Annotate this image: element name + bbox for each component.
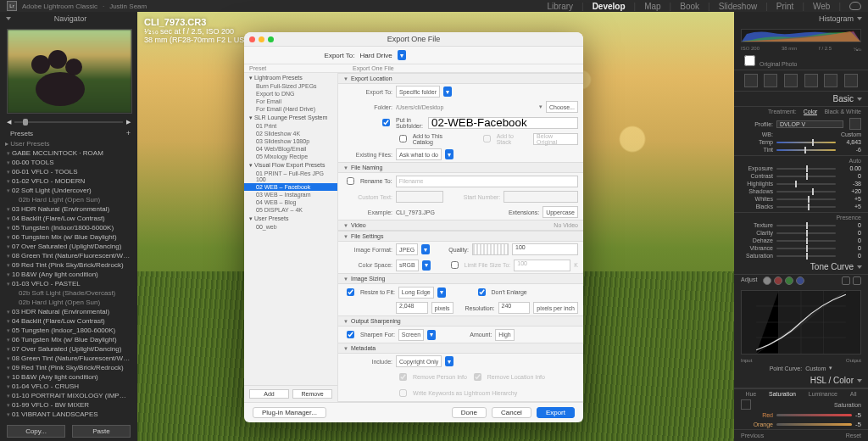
user-presets-row[interactable]: ▸ User Presets [0, 139, 137, 148]
resize-checkbox[interactable] [347, 288, 354, 296]
preset-group[interactable]: ▾ User Presets [244, 214, 337, 223]
wb-select[interactable]: Custom [841, 131, 861, 137]
paste-button[interactable]: Paste [72, 425, 131, 438]
preset-item[interactable]: 03 HDR Natural (Environmental) [7, 204, 131, 214]
preset-add-button[interactable]: Add [249, 389, 289, 399]
preset-group[interactable]: ▾ SLR Lounge Preset System [244, 113, 337, 122]
slider-dehaze[interactable]: Dehaze0 [734, 237, 868, 244]
choose-folder-button[interactable]: Choose... [546, 101, 578, 113]
preset-item[interactable]: 01 VIBRANT LANDSCAPES [7, 410, 131, 419]
sec-output-sharpening[interactable]: Output Sharpening [338, 315, 583, 327]
spot-tool-icon[interactable] [764, 74, 777, 87]
preset-item[interactable]: 01-10 PORTRAIT MIXOLOGY (IMPORT) [7, 391, 131, 400]
preset-item[interactable]: 00-01 VFLO - TOOLS [7, 167, 131, 176]
slider-saturation[interactable]: Saturation0 [734, 252, 868, 260]
mask-tool-icon[interactable] [804, 74, 818, 87]
navigator-preview[interactable] [7, 29, 132, 114]
copy-button[interactable]: Copy... [7, 425, 65, 438]
target-adjust-icon[interactable] [741, 399, 751, 410]
preset-group[interactable]: ▾ Visual Flow Export Presets [244, 160, 337, 170]
subfolder-input[interactable] [428, 117, 578, 129]
preset-item[interactable]: 05 Tungsten (Indoor_1800-6000K) [7, 326, 131, 335]
dropdown-icon[interactable]: ▾ [443, 87, 452, 97]
colorspace-select[interactable]: sRGB [396, 260, 419, 271]
slider-contrast[interactable]: Contrast0 [734, 172, 868, 180]
export-button[interactable]: Export [537, 407, 575, 418]
preset-item[interactable]: 03 HDR Natural (Environmental) [7, 307, 131, 316]
preset-remove-button[interactable]: Remove [292, 389, 332, 399]
treatment-color[interactable]: Color [804, 109, 818, 115]
preset-item[interactable]: 08 Green Tint (Nature/Fluorescent/Window… [7, 251, 131, 260]
brush-tool-icon[interactable] [844, 74, 858, 87]
preset-item[interactable]: 10 B&W (Any light condition) [7, 372, 131, 382]
gradient-tool-icon[interactable] [824, 74, 837, 87]
hsl-tab-hue[interactable]: Hue [745, 391, 756, 397]
slider-temp[interactable]: Temp4,843 [734, 138, 868, 146]
preset-item[interactable]: 02 Slideshow 4K [244, 130, 337, 137]
module-print[interactable]: Print [776, 2, 794, 11]
preset-item[interactable]: 08 Green Tint (Nature/Fluorescent/Window… [7, 354, 131, 363]
presets-header[interactable]: Presets + [0, 127, 137, 139]
hsl-tab-sat[interactable]: Saturation [769, 391, 796, 397]
sec-metadata[interactable]: Metadata [338, 343, 583, 354]
module-map[interactable]: Map [644, 2, 660, 11]
profile-select[interactable]: DVLOP V [776, 120, 843, 128]
preset-item[interactable]: 05 DISPLAY – 4K [244, 206, 337, 214]
hsl-tab-lum[interactable]: Luminance [809, 391, 837, 397]
develop-canvas[interactable]: CLI_7973.CR3 ¹⁄₂₅₀ sec at f / 2.5, ISO 2… [137, 12, 734, 441]
preset-item[interactable]: For Email (Hard Drive) [244, 105, 337, 113]
sec-export-location[interactable]: Export Location [338, 73, 583, 84]
preset-item[interactable]: 09 Red Tint (Pink Sky/Brick/Redrock) [7, 363, 131, 372]
preset-item[interactable]: 01 Print [244, 122, 337, 130]
sharpen-checkbox[interactable] [347, 331, 354, 338]
ext-select[interactable]: Uppercase [542, 206, 578, 218]
preset-item[interactable]: 05 Mixology Recipe [244, 153, 337, 160]
basic-header[interactable]: Basic [734, 92, 868, 107]
preset-item[interactable]: 09 Red Tint (Pink Sky/Brick/Redrock) [7, 260, 131, 270]
preset-item[interactable]: 04 Web/Blog/Email [244, 145, 337, 153]
slider-clarity[interactable]: Clarity0 [734, 229, 868, 237]
resolution-input[interactable]: 240 [498, 302, 531, 314]
sec-file-settings[interactable]: File Settings [338, 231, 583, 242]
tonecurve-graph[interactable] [741, 290, 861, 354]
hsl-tab-all[interactable]: All [850, 391, 857, 397]
subfolder-checkbox[interactable] [382, 119, 390, 126]
preset-item[interactable]: 02b Hard Light (Open Sun) [7, 298, 131, 307]
preset-item[interactable]: 04 WEB – Blog [244, 198, 337, 206]
preset-item[interactable]: 07 Over Saturated (Uplight/Dancing) [7, 242, 131, 251]
slider-highlights[interactable]: Highlights-38 [734, 180, 868, 187]
hsl-header[interactable]: HSL / Color [734, 373, 868, 388]
done-button[interactable]: Done [452, 407, 487, 418]
slider-texture[interactable]: Texture0 [734, 221, 868, 229]
preset-item[interactable]: Export to DNG [244, 90, 337, 98]
rename-checkbox[interactable] [347, 177, 354, 185]
preset-item[interactable]: 04 Backlit (Flare/Low Contrast) [7, 316, 131, 326]
export-to-dropdown-icon[interactable]: ▾ [398, 50, 406, 60]
slider-exposure[interactable]: Exposure0.00 [734, 165, 868, 172]
slider-blacks[interactable]: Blacks+5 [734, 203, 868, 210]
preset-item[interactable]: 02 WEB – Facebook [244, 183, 337, 191]
cancel-button[interactable]: Cancel [492, 407, 531, 418]
plugin-manager-button[interactable]: Plug-in Manager... [253, 407, 326, 418]
noenlarge-checkbox[interactable] [478, 288, 486, 296]
preset-item[interactable]: 02 Soft Light (Undercover) [7, 186, 131, 195]
preset-item[interactable]: 02b Soft Light (Shade/Overcast) [7, 288, 131, 298]
module-web[interactable]: Web [813, 2, 830, 11]
preset-group[interactable]: ▾ Lightroom Presets [244, 73, 337, 82]
metadata-include-select[interactable]: Copyright Only [396, 355, 442, 367]
navigator-header[interactable]: Navigator [0, 12, 137, 25]
preset-item[interactable]: 01 PRINT – Full-Res JPG 100 [244, 170, 337, 183]
preset-item[interactable]: 03 WEB – Instagram [244, 191, 337, 198]
export-folder-mode[interactable]: Specific folder [396, 86, 440, 98]
sec-image-sizing[interactable]: Image Sizing [338, 273, 583, 284]
preset-item[interactable]: Burn Full-Sized JPEGs [244, 82, 337, 90]
redeye-tool-icon[interactable] [784, 74, 798, 87]
preset-item[interactable]: 03 Slideshow 1080p [244, 137, 337, 145]
original-checkbox[interactable] [744, 55, 755, 66]
format-select[interactable]: JPEG [396, 243, 418, 255]
slider-vibrance[interactable]: Vibrance0 [734, 244, 868, 252]
preset-item[interactable]: 00-00 TOOLS [7, 158, 131, 167]
tonecurve-header[interactable]: Tone Curve [734, 260, 868, 275]
preset-item[interactable]: 04 Backlit (Flare/Low Contrast) [7, 214, 131, 223]
size-input[interactable]: 2,048 [396, 302, 428, 314]
